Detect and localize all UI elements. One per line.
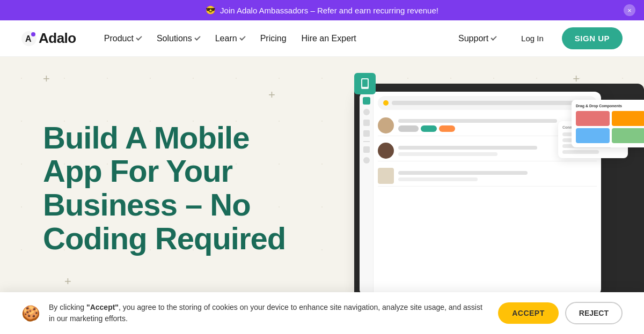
hero-section: + + + + + + Build A Mobile App For Your … bbox=[0, 57, 644, 320]
tool-btn bbox=[363, 109, 370, 115]
accept-button[interactable]: ACCEPT bbox=[498, 302, 559, 320]
banner-text: Join Adalo Ambassadors – Refer and earn … bbox=[220, 6, 438, 15]
tool-btn bbox=[363, 146, 370, 153]
logo[interactable]: A Adalo bbox=[21, 30, 76, 47]
nav-links: Product Solutions Learn Pricing Hire an … bbox=[98, 29, 363, 48]
dnd-grid bbox=[576, 111, 644, 143]
banner-close-button[interactable]: × bbox=[624, 4, 635, 16]
nav-right: Support Log In SIGN UP bbox=[452, 27, 623, 49]
list-item bbox=[378, 166, 597, 187]
tool-btn bbox=[363, 120, 370, 126]
nav-item-support[interactable]: Support bbox=[452, 29, 503, 48]
phone-svg bbox=[359, 78, 371, 90]
nav-left: A Adalo Product Solutions Learn Pricing bbox=[21, 29, 363, 48]
tool-btn bbox=[363, 97, 370, 105]
dnd-panel: Drag & Drop Components bbox=[572, 100, 644, 147]
item-name bbox=[398, 146, 537, 150]
search-placeholder bbox=[392, 101, 591, 105]
chevron-down-icon bbox=[136, 34, 142, 40]
cookie-text: By clicking "Accept", you agree to the s… bbox=[49, 302, 489, 320]
avatar bbox=[378, 143, 394, 159]
svg-point-5 bbox=[364, 87, 365, 88]
tag bbox=[398, 125, 419, 132]
reject-button[interactable]: REJECT bbox=[565, 302, 623, 320]
logo-icon: A bbox=[21, 31, 36, 46]
item-name bbox=[398, 171, 528, 175]
login-button[interactable]: Log In bbox=[511, 29, 553, 47]
chevron-down-icon bbox=[194, 34, 200, 40]
dnd-card bbox=[612, 128, 645, 143]
tool-btn bbox=[363, 141, 370, 142]
nav-item-learn[interactable]: Learn bbox=[209, 29, 252, 48]
svg-text:A: A bbox=[25, 34, 32, 43]
item-thumb bbox=[378, 168, 394, 184]
item-sub bbox=[398, 152, 497, 156]
phone-icon bbox=[354, 73, 376, 94]
nav-item-solutions[interactable]: Solutions bbox=[150, 29, 207, 48]
signup-button[interactable]: SIGN UP bbox=[562, 27, 623, 49]
svg-rect-4 bbox=[362, 79, 368, 87]
nav-item-hire[interactable]: Hire an Expert bbox=[295, 29, 363, 48]
svg-point-2 bbox=[31, 32, 35, 36]
deco-plus-1: + bbox=[43, 73, 50, 85]
hero-visual: Connections Drag & Drop Components bbox=[333, 68, 644, 314]
cookie-buttons: ACCEPT REJECT bbox=[498, 302, 623, 320]
connection-item bbox=[562, 150, 599, 154]
nav-item-pricing[interactable]: Pricing bbox=[254, 29, 293, 48]
chevron-down-icon bbox=[491, 34, 496, 40]
dnd-card bbox=[576, 128, 610, 143]
promo-banner: 😎 Join Adalo Ambassadors – Refer and ear… bbox=[0, 0, 644, 20]
search-bar bbox=[378, 96, 597, 110]
dnd-title: Drag & Drop Components bbox=[576, 104, 644, 108]
item-sub bbox=[398, 177, 478, 181]
navbar: A Adalo Product Solutions Learn Pricing bbox=[0, 20, 644, 57]
item-name bbox=[398, 119, 557, 123]
left-toolbar bbox=[360, 92, 374, 295]
item-content bbox=[398, 171, 597, 181]
tag-orange bbox=[439, 125, 455, 132]
hero-content: Build A Mobile App For Your Business – N… bbox=[0, 89, 328, 288]
avatar bbox=[378, 117, 394, 133]
cookie-icon: 🍪 bbox=[21, 305, 40, 320]
dnd-card bbox=[576, 111, 610, 126]
logo-text: Adalo bbox=[39, 30, 76, 47]
tool-btn bbox=[363, 157, 370, 164]
tool-btn bbox=[363, 130, 370, 137]
dnd-card bbox=[612, 111, 645, 126]
cookie-banner: 🍪 By clicking "Accept", you agree to the… bbox=[0, 292, 644, 320]
banner-emoji: 😎 bbox=[206, 5, 216, 15]
hero-title: Build A Mobile App For Your Business – N… bbox=[43, 121, 286, 256]
tag-green bbox=[421, 125, 437, 132]
nav-item-product[interactable]: Product bbox=[98, 29, 148, 48]
chevron-down-icon bbox=[239, 34, 245, 40]
search-star-icon bbox=[383, 100, 389, 106]
